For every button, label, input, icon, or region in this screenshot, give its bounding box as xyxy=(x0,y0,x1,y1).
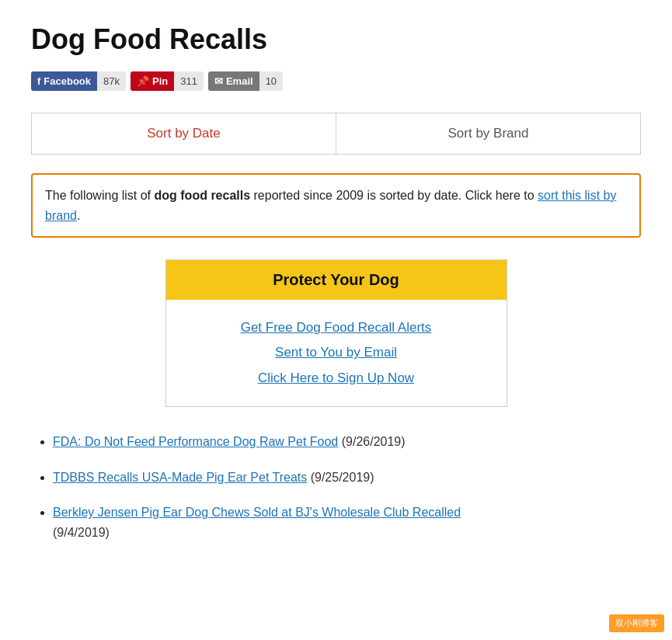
email-icon: ✉ xyxy=(214,75,223,87)
sign-up-link[interactable]: Click Here to Sign Up Now xyxy=(182,366,491,391)
social-bar: f Facebook 87k 📌 Pin 311 ✉ Email 10 xyxy=(31,71,641,91)
description-bold: dog food recalls xyxy=(155,189,251,202)
recall-date-2: (9/25/2019) xyxy=(311,471,374,484)
list-item: TDBBS Recalls USA-Made Pig Ear Pet Treat… xyxy=(53,468,641,488)
description-box: The following list of dog food recalls r… xyxy=(31,173,641,238)
email-count: 10 xyxy=(259,71,283,91)
email-button[interactable]: ✉ Email 10 xyxy=(208,71,283,91)
recall-list: FDA: Do Not Feed Performance Dog Raw Pet… xyxy=(31,432,641,542)
sort-by-date-tab[interactable]: Sort by Date xyxy=(32,113,336,154)
recall-date-3: (9/4/2019) xyxy=(53,526,110,539)
facebook-label: f Facebook xyxy=(31,71,97,91)
list-item: Berkley Jensen Pig Ear Dog Chews Sold at… xyxy=(53,503,641,542)
sort-tabs: Sort by Date Sort by Brand xyxy=(31,113,641,155)
recall-alerts-link[interactable]: Get Free Dog Food Recall Alerts xyxy=(182,315,491,340)
protect-header: Protect Your Dog xyxy=(166,260,507,300)
pin-label: 📌 Pin xyxy=(131,71,174,91)
facebook-button[interactable]: f Facebook 87k xyxy=(31,71,126,91)
pinterest-icon: 📌 xyxy=(137,75,149,87)
recall-link-2[interactable]: TDBBS Recalls USA-Made Pig Ear Pet Treat… xyxy=(53,471,307,484)
protect-box: Protect Your Dog Get Free Dog Food Recal… xyxy=(165,259,507,407)
email-label: ✉ Email xyxy=(208,71,259,91)
facebook-icon: f xyxy=(37,75,40,87)
description-period: . xyxy=(77,209,80,222)
recall-link-1[interactable]: FDA: Do Not Feed Performance Dog Raw Pet… xyxy=(53,435,338,448)
description-suffix: reported since 2009 is sorted by date. C… xyxy=(250,189,538,202)
sort-by-brand-tab[interactable]: Sort by Brand xyxy=(336,113,640,154)
protect-body: Get Free Dog Food Recall Alerts Sent to … xyxy=(166,300,507,406)
list-item: FDA: Do Not Feed Performance Dog Raw Pet… xyxy=(53,432,641,452)
page-title: Dog Food Recalls xyxy=(31,23,641,56)
pinterest-button[interactable]: 📌 Pin 311 xyxy=(131,71,204,91)
description-prefix: The following list of xyxy=(45,189,155,202)
facebook-count: 87k xyxy=(97,71,126,91)
recall-date-1: (9/26/2019) xyxy=(342,435,406,448)
sent-by-email-link[interactable]: Sent to You by Email xyxy=(182,340,491,365)
page-container: Dog Food Recalls f Facebook 87k 📌 Pin 31… xyxy=(0,0,672,589)
recall-link-3[interactable]: Berkley Jensen Pig Ear Dog Chews Sold at… xyxy=(53,506,461,519)
pin-count: 311 xyxy=(174,71,204,91)
